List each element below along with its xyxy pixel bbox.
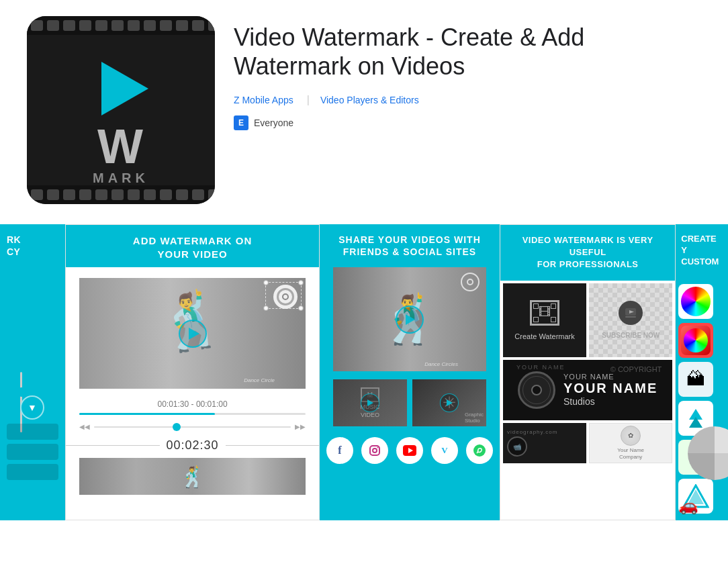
app-header: W MARK Video Watermark - Create & Add Wa… [0,0,728,218]
screenshot-professionals: VIDEO WATERMARK IS VERY USEFUL FOR PROFE… [500,224,676,520]
film-hole [79,189,91,200]
app-title: Video Watermark - Create & Add Watermark… [234,23,701,81]
app-meta-row: Z Mobile Apps | Video Players & Editors [234,94,701,106]
film-hole [192,20,204,31]
ss3-header-text1: VIDEO WATERMARK IS VERY USEFUL [522,235,653,257]
rating-row: E Everyone [234,115,701,130]
ss2-title2: FRIENDS & SOCIAL SITES [343,246,476,257]
icon-center-content: W MARK [93,35,149,186]
film-hole [63,20,75,31]
create-wm-icon: 🎞 Create Watermark [514,300,574,340]
ss2-main-video-bg: 🕺 Dance Circles [333,267,486,371]
svg-point-5 [473,444,486,457]
ss2-title1: SHARE YOUR VIDEOS WITH [338,234,481,245]
subscribe-now-cell: SUBSCRIBE NOW [589,283,672,357]
film-hole [160,189,172,200]
time-range-text: 00:01:30 - 00:01:00 [79,399,306,409]
film-hole [176,189,188,200]
film-hole [144,189,156,200]
screenshot-share: SHARE YOUR VIDEOS WITH FRIENDS & SOCIAL … [320,224,500,520]
filmstrip-bottom [27,185,215,204]
film-hole [160,20,172,31]
small-cell-2: ✿ Your NameCompany [589,423,672,463]
ss4-partial-inner: CREATE Y CUSTOM 🏔 [676,224,728,520]
film-hole [47,189,59,200]
watermark-text-top: YOUR NAME [516,364,565,371]
ss4-title2: CUSTOM [681,256,719,267]
ss1-title: ADD WATERMARK ON [133,235,252,246]
ss1-video-area: 🕺 Dance Circle [79,278,306,389]
svg-point-2 [377,447,378,448]
whatsapp-icon-btn[interactable] [466,437,493,464]
film-hole [176,20,188,31]
film-hole [47,20,59,31]
film-hole [208,20,215,31]
subscribe-cell-content: SUBSCRIBE NOW [602,301,659,339]
film-hole [144,20,156,31]
filmstrip-top [27,16,215,35]
ss4-colorwheel-btn[interactable] [678,284,713,319]
color-wheel-icon [681,287,711,316]
ss4-icon-btn-2[interactable] [678,323,713,358]
svg-rect-8 [625,316,636,318]
film-hole [128,20,140,31]
film-hole [192,189,204,200]
film-hole [111,189,124,200]
social-icons-row: f V [326,437,493,464]
timeline-progress [79,413,215,415]
ss4-title1: CREATE Y [681,234,716,255]
small-watermark-cells: videography.com 📹 ✿ Your NameCompany [503,423,672,463]
film-hole [79,20,91,31]
timeline-bar [79,413,306,415]
reel-studios-text: YOUR NAME [563,381,657,396]
screenshots-strip: RKCY ▼ ADD WATERMARK ON YOUR VIDEO [0,224,728,520]
film-hole [95,20,107,31]
ss2-header: SHARE YOUR VIDEOS WITH FRIENDS & SOCIAL … [320,224,500,267]
category-link[interactable]: Video Players & Editors [320,95,419,105]
ss3-top-grid: 🎞 Create Watermark [503,283,672,357]
ss3-header: VIDEO WATERMARK IS VERY USEFUL FOR PROFE… [500,225,675,281]
ss2-main-video: 🕺 Dance Circles [333,267,486,371]
film-hole [208,189,215,200]
film-hole [63,189,75,200]
color-wheel-icon-2 [684,328,708,352]
ss2-thumb-1: M MUSIC VIDEO [333,379,407,426]
ss3-header-text2: FOR PROFESSIONALS [537,259,639,269]
subscribe-now-text: SUBSCRIBE NOW [602,332,659,339]
trim-slider-section: ◀◀ ▶▶ [66,420,319,433]
developer-link[interactable]: Z Mobile Apps [234,95,293,105]
rating-text: Everyone [254,117,293,128]
screenshot-partial-left: RKCY ▼ [0,224,65,520]
film-hole [111,20,124,31]
partial-left-text: RKCY [0,224,65,267]
total-time-text: 00:02:30 [167,438,219,453]
film-hole [95,189,107,200]
create-watermark-label: Create Watermark [514,332,574,340]
film-hole [31,189,43,200]
ss2-thumbnails-row: M MUSIC VIDEO ✳ GraphicStudio [333,379,486,426]
screenshot-add-watermark: ADD WATERMARK ON YOUR VIDEO 🕺 [65,224,320,520]
youtube-icon-btn[interactable] [396,437,423,464]
play-triangle-icon [101,62,148,115]
ss1-title2: YOUR VIDEO [157,248,227,260]
small-cell-1: videography.com 📹 [503,423,586,463]
film-hole [128,189,140,200]
app-info: Video Watermark - Create & Add Watermark… [234,16,701,130]
timeline-section: 00:01:30 - 00:01:00 [66,394,319,420]
film-hole [31,20,43,31]
ss4-house-btn[interactable]: 🏔 [678,362,713,397]
create-watermark-cell: 🎞 Create Watermark [503,283,586,357]
esrb-badge: E [234,115,248,130]
svg-point-1 [373,448,377,453]
app-icon: W MARK [27,16,215,204]
total-time-display: 00:02:30 [66,438,319,453]
screenshots-section: RKCY ▼ ADD WATERMARK ON YOUR VIDEO [0,218,728,520]
vimeo-icon-btn[interactable]: V [431,437,458,464]
reel-name-text: YOUR NAME [563,373,657,381]
wmark-mark-text: MARK [93,171,149,186]
reel-studios-label: Studios [563,396,657,407]
facebook-icon-btn[interactable]: f [326,437,353,464]
ss1-header: ADD WATERMARK ON YOUR VIDEO [66,225,319,267]
meta-separator: | [307,94,310,106]
instagram-icon-btn[interactable] [361,437,388,464]
